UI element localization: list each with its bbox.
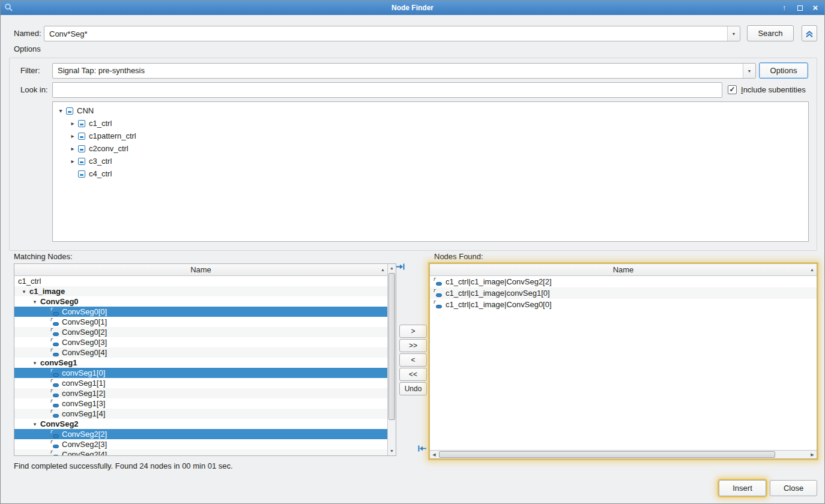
filter-combobox[interactable]: Signal Tap: pre-synthesis ▼ xyxy=(52,63,756,79)
named-combobox[interactable]: ▼ xyxy=(44,26,740,41)
expander-open-icon[interactable]: ▾ xyxy=(20,289,28,295)
nodes-found-table: Name ▲ rc1_ctrl|c1_image|ConvSeg2[2]rc1_… xyxy=(429,263,817,459)
move-left-button[interactable]: < xyxy=(399,353,427,367)
move-all-right-button[interactable]: >> xyxy=(399,339,427,352)
matching-node-row[interactable]: ▾convSeg1 xyxy=(14,358,387,368)
nodes-found-label: Nodes Found: xyxy=(434,251,483,263)
move-all-left-button[interactable]: << xyxy=(399,368,427,381)
entity-icon xyxy=(78,145,85,152)
matching-node-row[interactable]: rConvSeg0[3] xyxy=(14,337,387,347)
expander-open-icon[interactable]: ▾ xyxy=(56,107,65,114)
register-node-icon: r xyxy=(50,430,59,438)
matching-node-row[interactable]: ▾ConvSeg2 xyxy=(14,419,387,429)
look-in-input[interactable] xyxy=(53,83,721,97)
close-button[interactable]: Close xyxy=(770,480,817,496)
matching-node-label: convSeg1[3] xyxy=(62,399,105,408)
matching-vertical-scrollbar[interactable]: ▲ ▼ xyxy=(387,264,396,455)
expander-closed-icon[interactable]: ▸ xyxy=(68,120,77,127)
matching-node-label: c1_ctrl xyxy=(18,277,41,286)
check-icon: ✓ xyxy=(729,86,735,94)
titlebar[interactable]: Node Finder ↑ × xyxy=(1,1,824,15)
look-in-label: Look in: xyxy=(20,82,48,98)
scrollbar-thumb[interactable] xyxy=(388,273,395,420)
shade-icon: ↑ xyxy=(782,4,786,12)
hierarchy-item-label: CNN xyxy=(77,106,94,115)
expander-closed-icon[interactable]: ▸ xyxy=(68,158,77,164)
matching-node-row[interactable]: ▾c1_image xyxy=(14,286,387,296)
filter-dropdown-button[interactable]: ▼ xyxy=(743,64,755,78)
register-node-icon: r xyxy=(50,338,59,346)
expander-open-icon[interactable]: ▾ xyxy=(31,299,39,305)
node-icon-pill xyxy=(436,282,442,286)
matching-node-row[interactable]: rConvSeg0[1] xyxy=(14,317,387,327)
register-node-icon: r xyxy=(50,389,59,397)
node-icon-pill xyxy=(53,414,59,418)
node-icon-letter: r xyxy=(434,276,436,282)
matching-node-row[interactable]: rconvSeg1[4] xyxy=(14,409,387,419)
filter-value: Signal Tap: pre-synthesis xyxy=(53,64,755,78)
matching-node-row[interactable]: rConvSeg2[3] xyxy=(14,439,387,449)
matching-node-row[interactable]: ▾ConvSeg0 xyxy=(14,296,387,307)
scroll-right-icon[interactable]: ▶ xyxy=(808,451,817,458)
matching-node-row[interactable]: rconvSeg1[1] xyxy=(14,378,387,388)
hierarchy-tree-item[interactable]: ▸c2conv_ctrl xyxy=(53,142,808,155)
expander-closed-icon[interactable]: ▸ xyxy=(68,145,77,152)
named-label: Named: xyxy=(14,26,41,41)
matching-node-row[interactable]: rconvSeg1[3] xyxy=(14,398,387,409)
look-in-field[interactable] xyxy=(52,82,722,98)
undo-button[interactable]: Undo xyxy=(399,382,427,395)
scroll-down-icon[interactable]: ▼ xyxy=(388,447,396,455)
hierarchy-tree-item[interactable]: ▸c1pattern_ctrl xyxy=(53,130,808,142)
hierarchy-tree-item[interactable]: ▸c1_ctrl xyxy=(53,117,808,130)
scroll-left-icon[interactable]: ◀ xyxy=(430,451,438,458)
shade-window-button[interactable]: ↑ xyxy=(780,1,788,15)
expander-closed-icon[interactable]: ▸ xyxy=(68,133,77,139)
matching-node-row[interactable]: rConvSeg2[2] xyxy=(14,429,387,439)
hierarchy-item-label: c1_ctrl xyxy=(89,119,112,128)
maximize-icon xyxy=(797,5,803,11)
found-node-row[interactable]: rc1_ctrl|c1_image|ConvSeg0[0] xyxy=(430,299,817,310)
move-right-button[interactable]: > xyxy=(399,325,427,338)
found-horizontal-scrollbar[interactable]: ◀ ▶ xyxy=(430,450,817,458)
entity-icon xyxy=(78,170,85,178)
filter-options-button[interactable]: Options xyxy=(759,62,808,79)
register-node-icon: r xyxy=(50,440,59,448)
collapse-options-button[interactable] xyxy=(802,25,817,41)
arrow-to-left-bar-icon[interactable] xyxy=(418,445,426,454)
matching-node-row[interactable]: rConvSeg0[4] xyxy=(14,347,387,358)
matching-node-row[interactable]: rConvSeg2[4] xyxy=(14,449,387,455)
hierarchy-tree-item[interactable]: c4_ctrl xyxy=(53,167,808,180)
scrollbar-thumb[interactable] xyxy=(439,451,775,458)
matching-name-column-header[interactable]: Name ▲ xyxy=(14,264,387,276)
matching-node-label: ConvSeg0[2] xyxy=(62,328,107,337)
filter-label: Filter: xyxy=(20,63,40,79)
matching-node-row[interactable]: rConvSeg0[2] xyxy=(14,327,387,337)
found-node-label: c1_ctrl|c1_image|ConvSeg0[0] xyxy=(446,300,552,309)
search-button[interactable]: Search xyxy=(747,25,794,41)
named-input[interactable] xyxy=(45,27,727,40)
matching-node-label: ConvSeg0[4] xyxy=(62,348,107,357)
entity-icon xyxy=(78,133,85,140)
arrow-to-right-bar-icon[interactable] xyxy=(396,263,405,272)
matching-node-row[interactable]: rconvSeg1[2] xyxy=(14,388,387,398)
register-node-icon: r xyxy=(50,328,59,336)
found-node-row[interactable]: rc1_ctrl|c1_image|convSeg1[0] xyxy=(430,287,817,299)
found-node-row[interactable]: rc1_ctrl|c1_image|ConvSeg2[2] xyxy=(430,276,817,287)
matching-node-label: ConvSeg0[1] xyxy=(62,317,107,326)
found-name-column-header[interactable]: Name ▲ xyxy=(430,264,817,276)
scroll-up-icon[interactable]: ▲ xyxy=(388,264,396,272)
named-dropdown-button[interactable]: ▼ xyxy=(727,26,740,41)
expander-open-icon[interactable]: ▾ xyxy=(31,421,39,427)
close-window-button[interactable]: × xyxy=(811,1,820,15)
insert-button[interactable]: Insert xyxy=(719,480,766,496)
node-icon-pill xyxy=(53,445,59,448)
hierarchy-tree-item[interactable]: ▾CNN xyxy=(53,104,808,117)
expander-open-icon[interactable]: ▾ xyxy=(31,360,39,366)
include-subentities-checkbox[interactable]: ✓ xyxy=(728,85,737,94)
matching-node-row[interactable]: c1_ctrl xyxy=(14,276,387,286)
matching-node-row[interactable]: rconvSeg1[0] xyxy=(14,368,387,378)
hierarchy-tree-item[interactable]: ▸c3_ctrl xyxy=(53,155,808,167)
maximize-window-button[interactable] xyxy=(796,1,804,15)
register-node-icon: r xyxy=(50,308,59,316)
matching-node-row[interactable]: rConvSeg0[0] xyxy=(14,307,387,317)
